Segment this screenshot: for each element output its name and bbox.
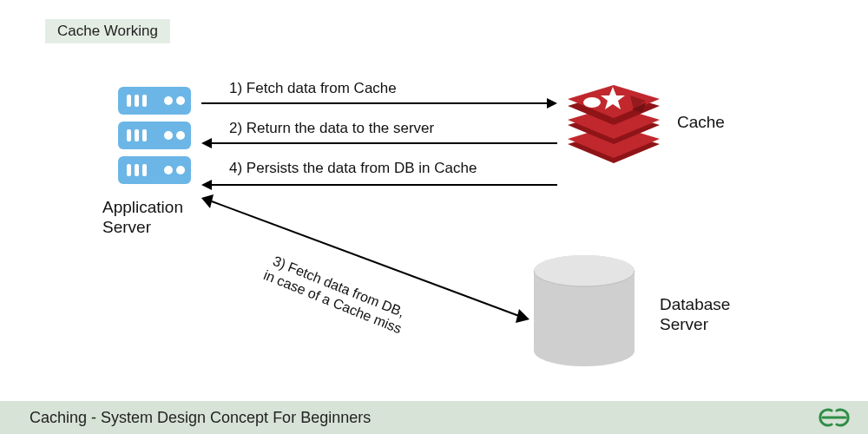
svg-point-6 — [164, 96, 173, 105]
arrow-persist-db — [201, 179, 557, 191]
svg-rect-14 — [135, 164, 139, 176]
svg-marker-40 — [516, 309, 529, 323]
svg-rect-13 — [127, 164, 131, 176]
flow-4-label: 4) Persists the data from DB in Cache — [229, 160, 477, 177]
svg-point-7 — [176, 96, 185, 105]
database-icon — [528, 252, 641, 377]
arrow-return-data — [201, 137, 557, 149]
footer-text: Caching - System Design Concept For Begi… — [30, 409, 371, 427]
svg-marker-33 — [547, 98, 557, 108]
svg-point-12 — [176, 131, 185, 140]
svg-point-16 — [164, 166, 173, 174]
flow-2-label: 2) Return the data to the server — [229, 120, 434, 137]
svg-marker-39 — [201, 194, 214, 208]
svg-point-11 — [164, 131, 173, 140]
svg-rect-10 — [142, 129, 147, 141]
brand-logo-icon — [818, 407, 851, 428]
svg-point-24 — [583, 97, 601, 108]
svg-point-17 — [176, 166, 185, 174]
svg-marker-35 — [201, 138, 212, 148]
arrow-fetch-cache — [201, 97, 557, 109]
flow-1-label: 1) Fetch data from Cache — [229, 80, 397, 97]
title-badge: Cache Working — [45, 19, 170, 43]
application-server-label: Application Server — [102, 198, 183, 238]
svg-marker-37 — [201, 180, 212, 190]
svg-rect-8 — [127, 129, 131, 141]
svg-rect-15 — [142, 164, 147, 176]
svg-point-30 — [534, 335, 635, 366]
footer-bar: Caching - System Design Concept For Begi… — [0, 401, 868, 434]
svg-rect-5 — [142, 95, 147, 107]
svg-rect-4 — [135, 95, 139, 107]
cache-icon — [562, 76, 665, 175]
svg-rect-9 — [135, 129, 139, 141]
cache-label: Cache — [677, 113, 725, 133]
database-label: Database Server — [660, 295, 730, 335]
svg-rect-3 — [127, 95, 131, 107]
application-server-icon — [111, 87, 198, 194]
title-text: Cache Working — [57, 23, 158, 39]
